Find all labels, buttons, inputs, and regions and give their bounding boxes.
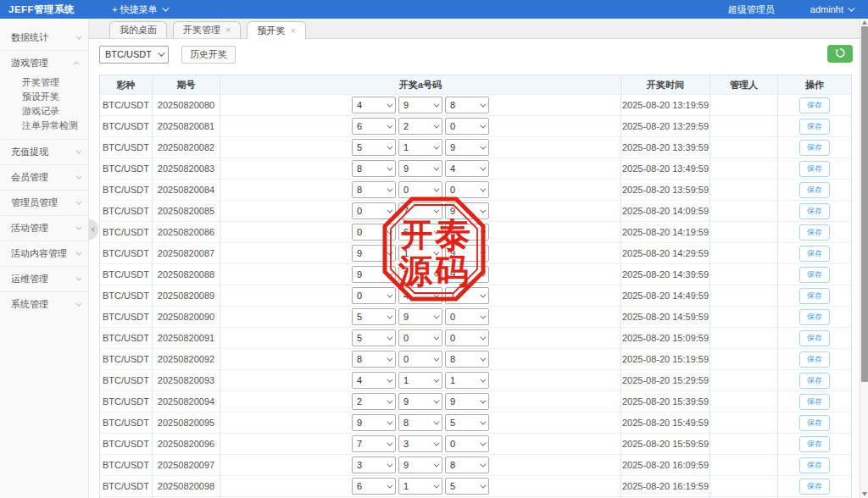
draw-number-select[interactable]: 3 [398,435,442,452]
sidebar-item[interactable]: 游戏管理 [0,51,88,75]
sidebar-subitem[interactable]: 游戏记录 [0,104,88,119]
draw-number-select[interactable]: 2 [352,393,396,410]
draw-number-select[interactable]: 1 [398,245,442,262]
save-button[interactable]: 保存 [799,457,830,473]
draw-number-select[interactable]: 6 [352,118,396,135]
draw-number-select[interactable]: 8 [352,351,396,368]
draw-number-select[interactable]: 9 [352,414,396,431]
draw-number-select[interactable]: 4 [398,287,442,304]
sidebar-subitem[interactable]: 开奖管理 [0,75,88,90]
save-button[interactable]: 保存 [799,161,830,177]
draw-number-select[interactable]: 6 [352,478,396,495]
draw-number-select[interactable]: 1 [398,372,442,389]
draw-number-select[interactable]: 3 [352,456,396,473]
save-button[interactable]: 保存 [799,309,830,325]
history-draw-button[interactable]: 历史开奖 [181,46,236,64]
draw-number-select[interactable]: 2 [398,118,442,135]
save-button[interactable]: 保存 [799,394,830,410]
draw-number-select[interactable]: 9 [445,202,489,219]
draw-number-select[interactable]: 8 [352,181,396,198]
save-button[interactable]: 保存 [799,479,830,495]
draw-number-select[interactable]: 0 [445,181,489,198]
tab-我的桌面[interactable]: 我的桌面 [109,21,167,38]
draw-number-select[interactable]: 1 [445,287,489,304]
draw-number-select[interactable]: 0 [398,181,442,198]
save-button[interactable]: 保存 [799,119,830,135]
save-button[interactable]: 保存 [799,246,830,262]
draw-number-select[interactable]: 5 [352,308,396,325]
save-button[interactable]: 保存 [799,415,830,431]
save-button[interactable]: 保存 [799,436,830,452]
draw-number-select[interactable]: 0 [352,224,396,241]
sidebar-item[interactable]: 数据统计 [0,25,88,50]
draw-number-select[interactable]: 9 [445,245,489,262]
draw-number-select[interactable]: 0 [398,351,442,368]
save-button[interactable]: 保存 [799,288,830,304]
lottery-select[interactable]: BTC/USDT [99,46,169,64]
draw-number-select[interactable]: 9 [398,393,442,410]
draw-number-select[interactable]: 7 [352,435,396,452]
draw-number-select[interactable]: 9 [352,245,396,262]
draw-number-select[interactable]: 1 [445,372,489,389]
draw-number-select[interactable]: 0 [352,287,396,304]
save-button[interactable]: 保存 [799,267,830,283]
sidebar-item[interactable]: 会员管理 [0,165,88,190]
save-button[interactable]: 保存 [799,203,830,219]
sidebar-item[interactable]: 管理员管理 [0,191,88,215]
vertical-scrollbar[interactable] [860,19,868,498]
sidebar-item[interactable]: 活动内容管理 [0,241,88,266]
user-menu-button[interactable]: adminht [810,4,853,14]
close-icon[interactable]: × [290,26,295,36]
save-button[interactable]: 保存 [799,97,830,113]
tab-开奖管理[interactable]: 开奖管理× [173,21,241,38]
close-icon[interactable]: × [225,25,231,35]
draw-number-select[interactable]: 8 [445,351,489,368]
save-button[interactable]: 保存 [799,330,830,346]
draw-number-select[interactable]: 4 [352,97,396,113]
draw-number-select[interactable]: 0 [445,308,489,325]
draw-number-select[interactable]: 5 [352,329,396,346]
draw-number-select[interactable]: 8 [352,160,396,177]
save-button[interactable]: 保存 [799,182,830,198]
draw-number-select[interactable]: 9 [445,139,489,156]
draw-number-select[interactable]: 0 [352,202,396,219]
draw-number-select[interactable]: 9 [352,266,396,283]
save-button[interactable]: 保存 [799,224,830,241]
draw-number-select[interactable]: 8 [445,97,489,113]
draw-number-select[interactable]: 5 [445,414,489,431]
save-button[interactable]: 保存 [799,351,830,368]
draw-number-select[interactable]: 8 [445,456,489,473]
sidebar-item[interactable]: 活动管理 [0,216,88,241]
scroll-up-arrow-icon[interactable] [862,20,867,25]
scrollbar-thumb[interactable] [861,26,868,382]
draw-number-select[interactable]: 7 [398,266,442,283]
draw-number-select[interactable]: 5 [352,139,396,156]
draw-number-select[interactable]: 0 [445,329,489,346]
tab-预开奖[interactable]: 预开奖× [247,21,305,39]
draw-number-select[interactable]: 6 [398,224,442,241]
draw-number-select[interactable]: 1 [398,478,442,495]
refresh-button[interactable] [827,45,853,63]
save-button[interactable]: 保存 [799,140,830,156]
draw-number-select[interactable]: 9 [398,97,442,113]
draw-number-select[interactable]: 9 [445,393,489,410]
draw-number-select[interactable]: 8 [398,414,442,431]
draw-number-select[interactable]: 7 [398,202,442,219]
draw-number-select[interactable]: 0 [398,329,442,346]
sidebar-subitem[interactable]: 注单异常检测 [0,119,88,133]
sidebar-subitem[interactable]: 预设开奖 [0,90,88,104]
draw-number-select[interactable]: 5 [445,478,489,495]
draw-number-select[interactable]: 5 [445,224,489,241]
draw-number-select[interactable]: 9 [398,160,442,177]
draw-number-select[interactable]: 4 [445,160,489,177]
draw-number-select[interactable]: 9 [398,308,442,325]
draw-number-select[interactable]: 1 [398,139,442,156]
sidebar-item[interactable]: 系统管理 [0,292,88,317]
draw-number-select[interactable]: 0 [445,118,489,135]
draw-number-select[interactable]: 4 [352,372,396,389]
quick-menu-button[interactable]: + 快捷菜单 [112,3,166,16]
save-button[interactable]: 保存 [799,373,830,389]
scroll-down-arrow-icon[interactable] [862,492,867,496]
draw-number-select[interactable]: 9 [398,456,442,473]
sidebar-item[interactable]: 运维管理 [0,267,88,291]
